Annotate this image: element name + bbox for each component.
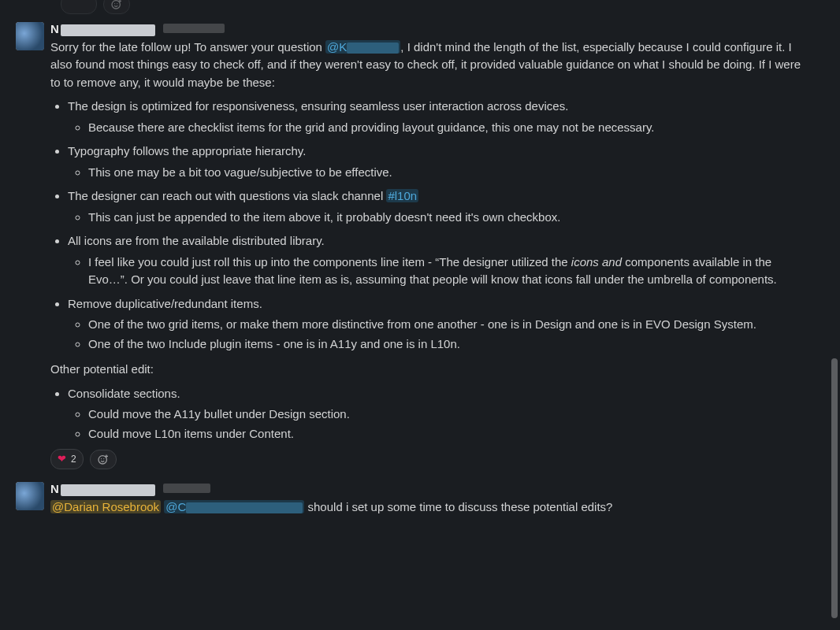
list-item: The designer can reach out with question… [68, 187, 805, 226]
message-body: N Sorry for the late follow up! To answe… [50, 20, 810, 469]
author-name[interactable]: N [50, 20, 155, 39]
reactions-row: ❤ 2 [50, 449, 805, 469]
add-reaction-button[interactable] [90, 450, 117, 469]
list-item: One of the two Include plugin items - on… [88, 335, 805, 354]
list-item-text: Could move the A11y bullet under Design … [88, 407, 350, 421]
sub-list: Could move the A11y bullet under Design … [68, 406, 805, 443]
list-item-text: The designer can reach out with question… [68, 189, 386, 202]
text-fragment: Other potential edit: [50, 362, 154, 376]
list-item-text: One of the two Include plugin items - on… [88, 337, 460, 350]
svg-point-2 [117, 3, 117, 4]
list-item: I feel like you could just roll this up … [88, 254, 805, 289]
list-item: All icons are from the available distrib… [68, 232, 805, 289]
svg-point-4 [101, 458, 102, 459]
svg-point-3 [98, 456, 106, 464]
user-mention[interactable]: @Darian Rosebrook [50, 500, 161, 513]
list-item: Could move the A11y bullet under Design … [88, 406, 805, 424]
list-item-text: One of the two grid items, or make them … [88, 317, 756, 331]
sub-list: One of the two grid items, or make them … [68, 316, 805, 353]
message-text: @Darian Rosebrook @C should i set up som… [50, 498, 805, 517]
svg-point-0 [112, 1, 120, 9]
message-body: N @Darian Rosebrook @C should i set up s… [50, 480, 810, 516]
smile-plus-icon [110, 0, 123, 10]
list-item-text: Because there are checklist items for th… [88, 120, 654, 134]
reaction-count: 2 [71, 452, 76, 466]
channel-link[interactable]: #l10n [386, 189, 418, 202]
message-scroll-area[interactable]: N Sorry for the late follow up! To answe… [0, 0, 840, 630]
avatar[interactable] [16, 482, 44, 510]
list-item: This can just be appended to the item ab… [88, 209, 805, 227]
bullet-list: Consolidate sections. Could move the A11… [50, 385, 805, 443]
list-item: The design is optimized for responsivene… [68, 98, 805, 136]
message-header: N [50, 480, 805, 498]
list-item-text: Consolidate sections. [68, 387, 180, 400]
list-item-text: This can just be appended to the item ab… [88, 210, 560, 224]
timestamp[interactable] [163, 484, 210, 493]
message: N Sorry for the late follow up! To answe… [0, 14, 826, 472]
list-item: Because there are checklist items for th… [88, 119, 805, 137]
reactions-row-prev [61, 0, 826, 14]
scrollbar-thumb[interactable] [831, 358, 838, 618]
list-item: Remove duplicative/redundant items. One … [68, 295, 805, 354]
message: N @Darian Rosebrook @C should i set up s… [0, 472, 826, 519]
user-mention[interactable]: @K [325, 40, 400, 54]
text-fragment: Sorry for the late follow up! To answer … [50, 40, 325, 54]
text-fragment: I feel like you could just roll this up … [88, 255, 571, 269]
user-mention[interactable]: @C [164, 500, 304, 513]
reaction-pill[interactable] [61, 0, 97, 14]
sub-list: This can just be appended to the item ab… [68, 209, 805, 227]
list-item-text: The design is optimized for responsivene… [68, 99, 568, 113]
list-item-text: This one may be a bit too vague/subjecti… [88, 165, 392, 179]
emphasis: icons and [571, 255, 622, 269]
sub-list: Because there are checklist items for th… [68, 119, 805, 137]
heart-icon: ❤ [58, 451, 66, 467]
smile-plus-icon [97, 453, 110, 465]
list-item: One of the two grid items, or make them … [88, 316, 805, 334]
svg-point-5 [103, 458, 104, 459]
list-item-text: All icons are from the available distrib… [68, 234, 325, 247]
paragraph: Other potential edit: [50, 361, 805, 379]
author-name[interactable]: N [50, 480, 155, 498]
scrollbar-track[interactable] [831, 0, 838, 630]
message-header: N [50, 20, 805, 39]
sub-list: This one may be a bit too vague/subjecti… [68, 164, 805, 182]
bullet-list: The design is optimized for responsivene… [50, 98, 805, 353]
add-reaction-button[interactable] [103, 0, 130, 14]
avatar[interactable] [16, 22, 44, 50]
list-item: Typography follows the appropriate hiera… [68, 143, 805, 181]
message-text: Sorry for the late follow up! To answer … [50, 39, 805, 443]
list-item: Consolidate sections. Could move the A11… [68, 385, 805, 443]
sub-list: I feel like you could just roll this up … [68, 254, 805, 289]
svg-point-1 [114, 3, 115, 4]
list-item-text: Typography follows the appropriate hiera… [68, 144, 306, 158]
list-item: This one may be a bit too vague/subjecti… [88, 164, 805, 182]
list-item-text: Could move L10n items under Content. [88, 427, 294, 440]
timestamp[interactable] [163, 24, 225, 33]
list-item: Could move L10n items under Content. [88, 425, 805, 443]
reaction-pill-heart[interactable]: ❤ 2 [50, 449, 84, 469]
text-fragment: should i set up some time to discuss the… [304, 500, 612, 513]
list-item-text: Remove duplicative/redundant items. [68, 297, 262, 310]
